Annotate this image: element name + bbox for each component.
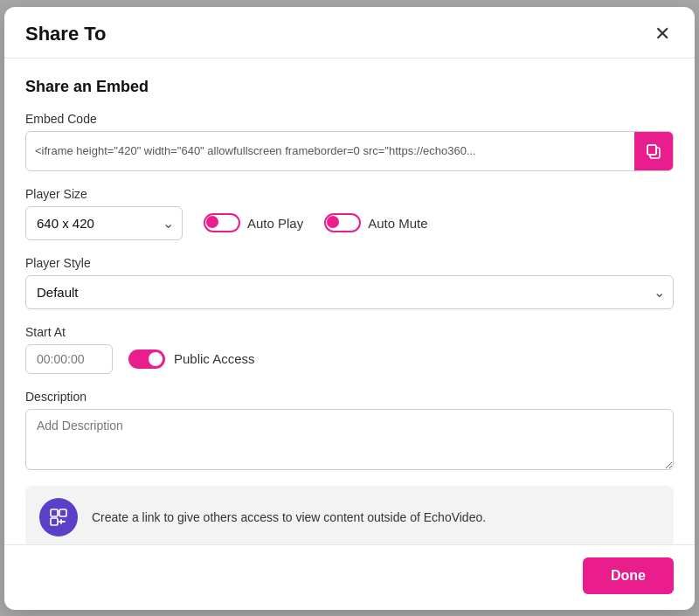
auto-play-toggle[interactable]: [204, 213, 240, 232]
player-style-row: Player Style Default Minimal Full ⌄: [25, 256, 674, 309]
info-bar: Create a link to give others access to v…: [25, 486, 674, 544]
description-textarea[interactable]: [25, 409, 674, 470]
public-access-label: Public Access: [174, 351, 255, 366]
info-text: Create a link to give others access to v…: [92, 510, 486, 524]
embed-code-input[interactable]: [26, 135, 634, 166]
player-size-label: Player Size: [25, 187, 674, 201]
auto-mute-group: Auto Mute: [324, 213, 427, 232]
modal-footer: Done: [4, 544, 695, 610]
public-access-toggle[interactable]: [128, 350, 165, 369]
svg-rect-1: [647, 145, 656, 155]
copy-embed-button[interactable]: [634, 132, 673, 170]
player-size-select[interactable]: 640 x 420 800 x 600 1280 x 720: [25, 206, 183, 240]
player-size-select-wrap: 640 x 420 800 x 600 1280 x 720 ⌄: [25, 206, 183, 240]
embed-code-row: [25, 131, 674, 171]
link-icon: [48, 507, 69, 528]
player-style-label: Player Style: [25, 256, 674, 270]
svg-rect-5: [51, 518, 58, 525]
start-at-label: Start At: [25, 325, 674, 339]
player-style-select-wrap: Default Minimal Full ⌄: [25, 275, 674, 309]
info-icon-wrap: [39, 498, 78, 536]
modal-overlay: Share To ✕ Share an Embed Embed Code Pla…: [0, 0, 699, 616]
svg-rect-4: [59, 509, 66, 516]
auto-mute-label: Auto Mute: [368, 216, 427, 231]
embed-code-label: Embed Code: [25, 112, 674, 126]
modal-title: Share To: [25, 23, 107, 45]
svg-rect-3: [51, 509, 58, 516]
start-at-input[interactable]: [25, 344, 113, 374]
description-row: Description: [25, 390, 674, 474]
public-access-group: Public Access: [128, 350, 255, 369]
auto-mute-toggle[interactable]: [324, 213, 361, 232]
modal-body: Share an Embed Embed Code Player Size: [4, 59, 695, 544]
start-at-row: Public Access: [25, 344, 674, 374]
auto-play-group: Auto Play: [204, 213, 303, 232]
player-size-row: 640 x 420 800 x 600 1280 x 720 ⌄ Auto Pl…: [25, 206, 674, 240]
section-title: Share an Embed: [25, 78, 674, 96]
auto-play-label: Auto Play: [247, 216, 303, 231]
done-button[interactable]: Done: [583, 557, 674, 594]
player-style-select[interactable]: Default Minimal Full: [25, 275, 674, 309]
modal-header: Share To ✕: [4, 7, 695, 59]
copy-icon: [645, 142, 662, 160]
modal: Share To ✕ Share an Embed Embed Code Pla…: [4, 7, 695, 610]
close-button[interactable]: ✕: [651, 23, 674, 45]
description-label: Description: [25, 390, 674, 404]
